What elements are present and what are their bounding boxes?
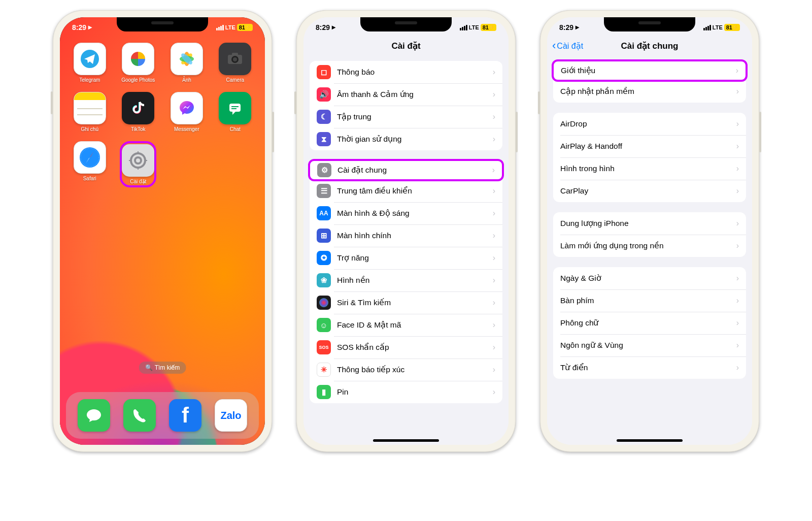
row-language[interactable]: Ngôn ngữ & Vùng › xyxy=(553,334,746,356)
location-icon: ▸ xyxy=(332,23,335,31)
row-pip[interactable]: Hình trong hình › xyxy=(553,157,746,180)
chevron-icon: › xyxy=(736,142,739,151)
row-focus[interactable]: ☾ Tập trung › xyxy=(310,106,502,128)
chevron-icon: › xyxy=(493,68,495,77)
row-fonts[interactable]: Phông chữ › xyxy=(553,312,746,334)
row-exposure[interactable]: ✳ Thông báo tiếp xúc › xyxy=(310,359,502,381)
battery-badge: 81⚡ xyxy=(481,24,496,31)
notch xyxy=(360,17,452,31)
svg-point-7 xyxy=(233,57,237,61)
app-safari[interactable]: Safari xyxy=(72,141,108,187)
svg-rect-9 xyxy=(229,104,241,112)
app-grid: Telegram Google Photos Ảnh Camera G xyxy=(68,43,257,187)
chevron-icon: › xyxy=(493,112,495,121)
nav-title: Cài đặt chung xyxy=(621,41,679,51)
row-sos[interactable]: SOS SOS khẩn cấp › xyxy=(310,336,502,359)
battery-badge: 81⚡ xyxy=(237,24,253,31)
chevron-icon: › xyxy=(493,320,495,330)
home-indicator[interactable] xyxy=(617,439,683,442)
row-carplay[interactable]: CarPlay › xyxy=(553,180,746,202)
notch xyxy=(117,17,208,31)
row-battery[interactable]: ▮ Pin › xyxy=(310,381,502,403)
siri-icon xyxy=(317,296,331,310)
row-screentime[interactable]: ⧗ Thời gian sử dụng › xyxy=(310,128,502,150)
chevron-icon: › xyxy=(493,343,495,352)
dock-phone[interactable] xyxy=(123,399,156,432)
row-control-center[interactable]: ☰ Trung tâm điều khiển › xyxy=(310,180,502,202)
bell-icon: ◻ xyxy=(317,65,331,79)
location-icon: ▸ xyxy=(576,23,579,31)
nav-bar: ‹ Cài đặt Cài đặt chung xyxy=(547,35,752,57)
status-carrier: LTE xyxy=(713,24,723,30)
row-storage[interactable]: Dung lượng iPhone › xyxy=(553,212,746,235)
status-carrier: LTE xyxy=(225,24,235,30)
row-sounds[interactable]: 🔊 Âm thanh & Cảm ứng › xyxy=(310,83,502,106)
svg-rect-10 xyxy=(231,106,239,107)
battery-icon: ▮ xyxy=(317,385,331,399)
row-dictionary[interactable]: Từ điển › xyxy=(553,356,746,379)
search-icon: 🔍 xyxy=(145,364,153,371)
exposure-icon: ✳ xyxy=(317,363,331,377)
row-software-update[interactable]: Cập nhật phần mềm › xyxy=(553,80,746,103)
chevron-icon: › xyxy=(493,209,495,218)
app-chat[interactable]: Chat xyxy=(217,92,253,132)
app-settings[interactable]: Cài đặt xyxy=(120,141,156,187)
svg-rect-8 xyxy=(232,53,238,56)
row-faceid[interactable]: ☺ Face ID & Mật mã › xyxy=(310,314,502,336)
row-general[interactable]: ⚙ Cài đặt chung › xyxy=(308,159,504,181)
chevron-icon: › xyxy=(493,365,495,374)
signal-icon xyxy=(460,25,467,30)
accessibility-icon: ✪ xyxy=(317,251,331,265)
app-notes[interactable]: Ghi chú xyxy=(72,92,108,132)
signal-icon xyxy=(703,25,711,30)
status-time: 8:29 xyxy=(72,23,86,31)
chevron-icon: › xyxy=(736,219,739,228)
nav-title: Cài đặt xyxy=(391,41,420,51)
row-notifications[interactable]: ◻ Thông báo › xyxy=(310,61,502,83)
row-airdrop[interactable]: AirDrop › xyxy=(553,113,746,135)
chevron-icon: › xyxy=(736,241,739,250)
chevron-icon: › xyxy=(736,119,739,128)
speaker-icon: 🔊 xyxy=(317,87,331,102)
app-telegram[interactable]: Telegram xyxy=(72,43,108,83)
status-time: 8:29 xyxy=(316,23,330,31)
chevron-icon: › xyxy=(736,66,738,75)
home-indicator[interactable] xyxy=(373,439,439,442)
row-keyboard[interactable]: Bàn phím › xyxy=(553,289,746,312)
row-display[interactable]: AA Màn hình & Độ sáng › xyxy=(310,202,502,224)
row-datetime[interactable]: Ngày & Giờ › xyxy=(553,267,746,289)
chevron-icon: › xyxy=(736,318,739,328)
nav-bar: Cài đặt xyxy=(303,35,509,57)
app-messenger[interactable]: Messenger xyxy=(168,92,205,132)
home-search[interactable]: 🔍 Tìm kiếm xyxy=(139,362,186,374)
chevron-icon: › xyxy=(493,135,495,144)
moon-icon: ☾ xyxy=(317,110,331,124)
phone-general: 8:29 ▸ LTE 81⚡ ‹ Cài đặt Cài đặt chung G… xyxy=(540,10,759,452)
back-button[interactable]: ‹ Cài đặt xyxy=(552,39,583,52)
chevron-icon: › xyxy=(493,186,495,196)
row-accessibility[interactable]: ✪ Trợ năng › xyxy=(310,247,502,269)
app-tiktok[interactable]: TikTok xyxy=(120,92,156,132)
dock-zalo[interactable]: Zalo xyxy=(215,399,247,432)
app-photos[interactable]: Ảnh xyxy=(168,43,205,83)
phone-settings: 8:29 ▸ LTE 81⚡ Cài đặt ◻ Thông báo › 🔊 xyxy=(296,10,516,452)
row-airplay[interactable]: AirPlay & Handoff › xyxy=(553,135,746,157)
chevron-icon: › xyxy=(736,186,739,196)
row-home-screen[interactable]: ⊞ Màn hình chính › xyxy=(310,224,502,247)
settings-section-notifications: ◻ Thông báo › 🔊 Âm thanh & Cảm ứng › ☾ T… xyxy=(310,61,502,150)
app-camera[interactable]: Camera xyxy=(217,43,253,83)
dock-facebook[interactable]: f xyxy=(169,399,201,432)
battery-badge: 81⚡ xyxy=(724,24,740,31)
row-wallpaper[interactable]: ❀ Hình nền › xyxy=(310,269,502,291)
row-siri[interactable]: Siri & Tìm kiếm › xyxy=(310,291,502,314)
dock-messages[interactable] xyxy=(78,399,110,432)
flower-icon: ❀ xyxy=(317,273,331,287)
chevron-icon: › xyxy=(736,164,739,173)
row-about[interactable]: Giới thiệu › xyxy=(552,59,748,82)
hourglass-icon: ⧗ xyxy=(317,132,331,146)
chevron-icon: › xyxy=(493,298,495,307)
chevron-icon: › xyxy=(736,341,739,350)
row-background-refresh[interactable]: Làm mới ứng dụng trong nền › xyxy=(553,235,746,257)
app-google-photos[interactable]: Google Photos xyxy=(120,43,156,83)
phone-home: 8:29 ▸ LTE 81⚡ Telegram Google Photos xyxy=(53,10,272,452)
